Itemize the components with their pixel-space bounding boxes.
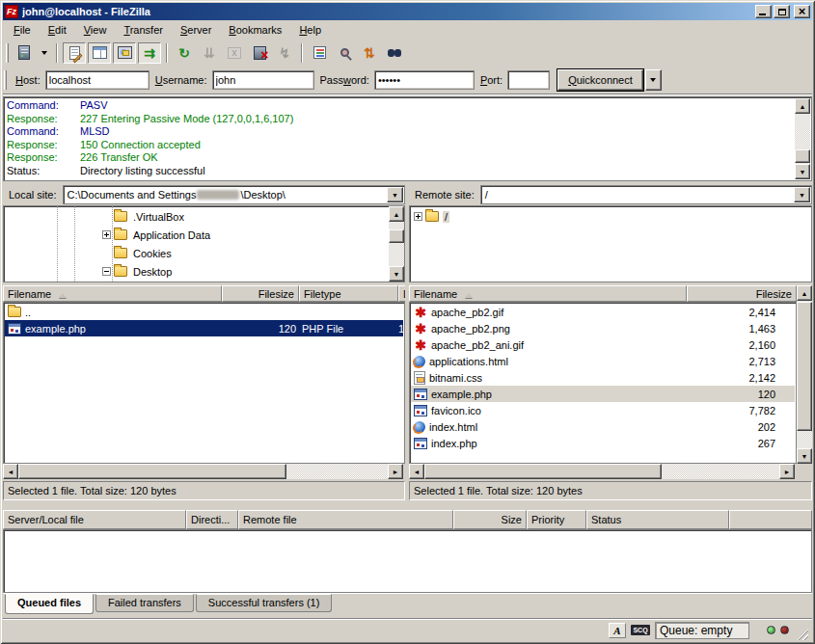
remote-scroll-right-button[interactable]: ► bbox=[779, 464, 795, 479]
process-queue-button[interactable]: ⇊ bbox=[198, 42, 221, 64]
menu-item-file[interactable]: File bbox=[5, 22, 40, 38]
file-row-apache_pb2-gif[interactable]: ✱apache_pb2.gif2,414 bbox=[411, 304, 795, 320]
toggle-local-tree-button[interactable] bbox=[88, 42, 111, 64]
username-input[interactable] bbox=[212, 70, 314, 90]
filter-icon bbox=[313, 46, 326, 59]
tree-item--virtualbox[interactable]: .VirtualBox bbox=[102, 207, 186, 226]
collapse-minus-icon[interactable] bbox=[102, 267, 111, 276]
port-input[interactable] bbox=[507, 70, 550, 90]
column-header-filesize[interactable]: Filesize bbox=[687, 285, 797, 302]
remote-vscrollbar[interactable]: ▲ ▼ bbox=[797, 285, 812, 464]
local-tree-scroll-down-button[interactable]: ▼ bbox=[389, 266, 404, 282]
column-header-remote-file[interactable]: Remote file bbox=[238, 510, 453, 529]
file-row-example-php[interactable]: example.php120PHP File1 bbox=[5, 320, 403, 336]
column-header-priority[interactable]: Priority bbox=[527, 510, 586, 529]
column-header-status[interactable]: Status bbox=[586, 510, 729, 529]
local-site-dropdown-button[interactable]: ▼ bbox=[387, 187, 403, 202]
local-path: C:\Documents and Settings\Desktop\ bbox=[68, 189, 285, 201]
quickconnect-dropdown-button[interactable] bbox=[645, 69, 662, 91]
expand-plus-icon[interactable] bbox=[102, 230, 111, 239]
file-row-index-html[interactable]: index.html202 bbox=[411, 418, 795, 435]
remote-path: / bbox=[485, 189, 488, 201]
log-line: Status:Directory listing successful bbox=[7, 165, 792, 178]
window-controls: × bbox=[755, 5, 810, 18]
file-row-bitnami-css[interactable]: bitnami.css2,142 bbox=[411, 369, 795, 386]
local-hscrollbar-thumb[interactable] bbox=[18, 464, 286, 479]
file-row-example-php[interactable]: example.php120 bbox=[411, 386, 795, 402]
toolbar-separator bbox=[301, 43, 303, 63]
log-scroll-down-button[interactable]: ▼ bbox=[795, 164, 810, 179]
menu-item-transfer[interactable]: Transfer bbox=[115, 22, 172, 38]
toggle-remote-tree-button[interactable] bbox=[113, 42, 136, 64]
tab-queued-files[interactable]: Queued files bbox=[5, 594, 94, 614]
column-header-blank[interactable] bbox=[729, 510, 812, 529]
remote-scroll-down-button[interactable]: ▼ bbox=[797, 448, 812, 464]
refresh-button[interactable]: ↻ bbox=[173, 42, 196, 64]
site-manager-dropdown-button[interactable] bbox=[38, 42, 51, 64]
close-button[interactable]: × bbox=[794, 5, 810, 18]
password-input[interactable] bbox=[374, 70, 475, 90]
local-scroll-right-button[interactable]: ► bbox=[388, 464, 403, 479]
site-manager-button[interactable] bbox=[13, 42, 36, 64]
expand-plus-icon[interactable] bbox=[414, 212, 422, 221]
local-scroll-left-button[interactable]: ◄ bbox=[3, 464, 18, 479]
menu-item-view[interactable]: View bbox=[75, 22, 116, 38]
column-header-server-local-file[interactable]: Server/Local file bbox=[3, 510, 186, 529]
log-scrollbar-thumb[interactable] bbox=[795, 149, 810, 163]
filter-button[interactable] bbox=[308, 42, 331, 64]
tab-failed-transfers[interactable]: Failed transfers bbox=[95, 594, 194, 612]
file-row--[interactable]: .. bbox=[5, 304, 403, 320]
disconnect-button[interactable] bbox=[248, 42, 271, 64]
menu-item-help[interactable]: Help bbox=[290, 22, 330, 38]
compare-button[interactable] bbox=[333, 42, 356, 64]
quickconnect-button[interactable]: Quickconnect bbox=[557, 69, 643, 91]
remote-site-dropdown-button[interactable]: ▼ bbox=[794, 187, 810, 202]
queue-size-indicator: Queue: empty bbox=[655, 622, 749, 639]
find-button[interactable] bbox=[383, 42, 406, 64]
log-scrollbar[interactable]: ▲ ▼ bbox=[795, 98, 810, 179]
remote-hscrollbar[interactable]: ◄ ► bbox=[409, 464, 795, 479]
file-row-apache_pb2_ani-gif[interactable]: ✱apache_pb2_ani.gif2,160 bbox=[411, 336, 795, 353]
maximize-button[interactable] bbox=[774, 5, 790, 18]
resize-grip[interactable] bbox=[796, 628, 808, 640]
tree-item-application-data[interactable]: Application Data bbox=[102, 226, 212, 244]
tree-item-desktop[interactable]: Desktop bbox=[102, 262, 174, 281]
file-row-apache_pb2-png[interactable]: ✱apache_pb2.png1,463 bbox=[411, 320, 795, 336]
toggle-queue-button[interactable]: ⇉ bbox=[138, 42, 161, 64]
local-tree-scrollbar-thumb[interactable] bbox=[389, 229, 404, 243]
local-tree-scroll-up-button[interactable]: ▲ bbox=[389, 206, 404, 222]
minimize-button[interactable] bbox=[755, 5, 772, 18]
column-header-filename[interactable]: Filename bbox=[3, 285, 222, 302]
reconnect-button[interactable]: ↯ bbox=[273, 42, 296, 64]
remote-hscrollbar-thumb[interactable] bbox=[424, 464, 662, 479]
menu-item-bookmarks[interactable]: Bookmarks bbox=[220, 22, 290, 38]
local-site-combobox[interactable]: C:\Documents and Settings\Desktop\ ▼ bbox=[63, 185, 405, 204]
remote-vscrollbar-thumb[interactable] bbox=[797, 302, 812, 431]
local-tree-scrollbar[interactable]: ▲ ▼ bbox=[389, 206, 404, 282]
remote-scroll-up-button[interactable]: ▲ bbox=[797, 285, 812, 301]
column-header-directi-[interactable]: Directi... bbox=[186, 510, 238, 529]
menu-item-edit[interactable]: Edit bbox=[40, 22, 75, 38]
log-scroll-up-button[interactable]: ▲ bbox=[795, 98, 810, 114]
local-hscrollbar[interactable]: ◄ ► bbox=[3, 464, 403, 479]
menu-item-server[interactable]: Server bbox=[172, 22, 220, 38]
column-header-l[interactable]: L bbox=[398, 285, 405, 302]
tree-item-root[interactable]: / bbox=[414, 207, 449, 226]
filesize-cell: 2,160 bbox=[689, 336, 778, 353]
remote-site-combobox[interactable]: / ▼ bbox=[480, 185, 812, 204]
file-row-index-php[interactable]: index.php267 bbox=[411, 435, 795, 451]
column-header-size[interactable]: Size bbox=[453, 510, 527, 529]
file-row-favicon-ico[interactable]: favicon.ico7,782 bbox=[411, 402, 795, 418]
tree-item-cookies[interactable]: Cookies bbox=[102, 244, 174, 262]
column-header-filesize[interactable]: Filesize bbox=[222, 285, 299, 302]
column-header-filetype[interactable]: Filetype bbox=[299, 285, 398, 302]
transfer-type-indicator-icon: A bbox=[609, 623, 626, 638]
tab-successful-transfers-1-[interactable]: Successful transfers (1) bbox=[196, 594, 333, 612]
cancel-button[interactable]: x bbox=[223, 42, 246, 64]
host-input[interactable] bbox=[45, 70, 149, 90]
toggle-message-log-button[interactable] bbox=[63, 42, 86, 64]
sync-browse-button[interactable]: ⇅ bbox=[358, 42, 381, 64]
column-header-filename[interactable]: Filename bbox=[409, 285, 687, 302]
remote-scroll-left-button[interactable]: ◄ bbox=[409, 464, 424, 479]
file-row-applications-html[interactable]: applications.html2,713 bbox=[411, 353, 795, 369]
